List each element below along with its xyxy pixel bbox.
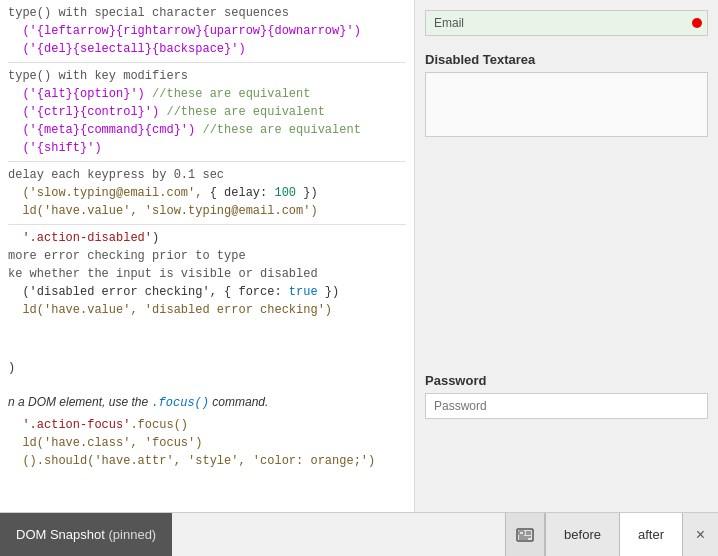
code-line: ld('have.class', 'focus')	[8, 434, 406, 452]
disabled-textarea	[425, 72, 708, 137]
tab-area: before after ×	[505, 513, 718, 557]
before-tab-button[interactable]: before	[545, 513, 619, 557]
code-line: ('{leftarrow}{rightarrow}{uparrow}{downa…	[8, 22, 406, 40]
code-panel: type() with special character sequences …	[0, 0, 415, 512]
dom-snapshot-label: DOM Snapshot	[16, 527, 105, 542]
dom-snapshot-pinned: (pinned)	[109, 527, 157, 542]
code-line: ('{shift}')	[8, 139, 406, 157]
right-panel: Disabled Textarea Password	[415, 0, 718, 512]
disabled-textarea-section: Disabled Textarea	[425, 52, 708, 141]
after-tab-button[interactable]: after	[619, 513, 682, 557]
code-line: ('{alt}{option}') //these are equivalent	[8, 85, 406, 103]
svg-rect-1	[519, 531, 524, 535]
code-line: ld('have.value', 'disabled error checkin…	[8, 301, 406, 319]
focus-cmd: .focus()	[151, 396, 209, 410]
code-line: '.action-disabled')	[8, 229, 406, 247]
disabled-textarea-label: Disabled Textarea	[425, 52, 708, 67]
email-section	[425, 10, 708, 36]
password-label: Password	[425, 373, 708, 388]
code-line: delay each keypress by 0.1 sec	[8, 166, 406, 184]
code-line: type() with key modifiers	[8, 67, 406, 85]
dom-snapshot-button[interactable]: DOM Snapshot (pinned)	[0, 513, 172, 557]
focus-description: n a DOM element, use the .focus() comman…	[8, 393, 406, 412]
main-area: type() with special character sequences …	[0, 0, 718, 512]
code-line: ('{meta}{command}{cmd}') //these are equ…	[8, 121, 406, 139]
code-line: more error checking prior to type	[8, 247, 406, 265]
email-input[interactable]	[425, 10, 708, 36]
password-input[interactable]	[425, 393, 708, 419]
focus-desc-text2: command.	[209, 395, 268, 409]
code-line: ('{del}{selectall}{backspace}')	[8, 40, 406, 58]
email-input-wrapper	[425, 10, 708, 36]
password-section: Password	[425, 373, 708, 419]
code-line: ().should('have.attr', 'style', 'color: …	[8, 452, 406, 470]
code-line: '.action-focus'.focus()	[8, 416, 406, 434]
code-line: ('slow.typing@email.com', { delay: 100 }…	[8, 184, 406, 202]
focus-desc-text: n a DOM element, use the	[8, 395, 151, 409]
code-line: type() with special character sequences	[8, 4, 406, 22]
code-line: ('disabled error checking', { force: tru…	[8, 283, 406, 301]
bottom-bar: DOM Snapshot (pinned) before after ×	[0, 512, 718, 556]
code-line: ld('have.value', 'slow.typing@email.com'…	[8, 202, 406, 220]
code-line: ('{ctrl}{control}') //these are equivale…	[8, 103, 406, 121]
email-error-indicator	[692, 18, 702, 28]
snapshot-icon-button[interactable]	[505, 513, 545, 557]
code-line: ke whether the input is visible or disab…	[8, 265, 406, 283]
code-line: )	[8, 359, 406, 377]
close-button[interactable]: ×	[682, 513, 718, 557]
